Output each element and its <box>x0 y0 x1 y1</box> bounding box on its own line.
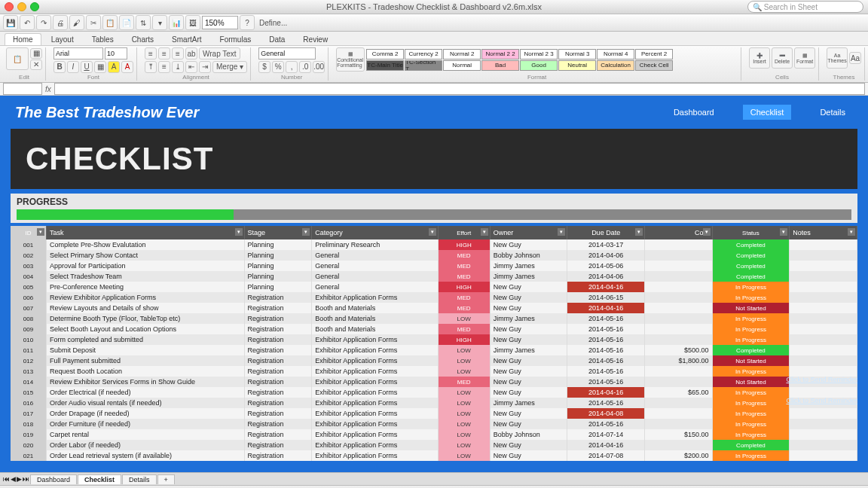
cell[interactable]: Exhibitor Application Forms <box>312 334 439 345</box>
cell[interactable] <box>644 261 712 271</box>
column-header-notes[interactable]: Notes▾ <box>790 226 857 239</box>
cell[interactable]: LOW <box>438 387 490 398</box>
picture-icon[interactable]: 🖼 <box>185 15 200 30</box>
cell[interactable] <box>790 239 857 250</box>
column-header-stage[interactable]: Stage▾ <box>244 226 312 239</box>
cell[interactable]: In Progress <box>712 398 790 408</box>
cell[interactable]: General <box>312 250 439 261</box>
cell[interactable]: HIGH <box>438 239 490 250</box>
cell[interactable]: Jimmy James <box>490 271 567 282</box>
cell[interactable]: Bobby Johnson <box>490 250 567 261</box>
table-row[interactable]: 019Carpet rentalRegistrationExhibitor Ap… <box>11 429 857 440</box>
cell[interactable] <box>790 419 857 429</box>
filter-dropdown-icon[interactable]: ▾ <box>635 228 643 236</box>
cell[interactable]: New Guy <box>490 303 567 313</box>
cell[interactable]: Registration <box>244 450 312 461</box>
cell[interactable] <box>790 282 857 292</box>
cell[interactable]: New Guy <box>490 408 567 419</box>
cell-style-swatch[interactable]: Normal <box>443 60 481 71</box>
cell[interactable]: Carpet rental <box>46 429 244 440</box>
table-row[interactable]: 007Review Layouts and Details of showReg… <box>11 303 857 313</box>
cell[interactable]: General <box>312 282 439 292</box>
cell[interactable]: General <box>312 261 439 271</box>
sheet-tab-details[interactable]: Details <box>122 474 157 484</box>
cell[interactable]: New Guy <box>490 440 567 450</box>
cell[interactable]: HIGH <box>438 334 490 345</box>
cell[interactable]: 003 <box>11 261 46 271</box>
cell[interactable] <box>644 239 712 250</box>
cell[interactable]: Exhibitor Application Forms <box>312 408 439 419</box>
cell[interactable]: Jimmy James <box>490 313 567 324</box>
cell[interactable]: New Guy <box>490 366 567 377</box>
cell[interactable]: 017 <box>11 408 46 419</box>
cell[interactable]: In Progress <box>712 282 790 292</box>
percent-icon[interactable]: % <box>272 61 284 73</box>
cell[interactable] <box>790 387 857 398</box>
cell[interactable]: 012 <box>11 355 46 366</box>
cut-icon[interactable]: ✂ <box>86 15 101 30</box>
cell[interactable] <box>644 282 712 292</box>
cell[interactable]: 007 <box>11 303 46 313</box>
valign-top-icon[interactable]: ⤒ <box>145 61 157 73</box>
cell[interactable]: Registration <box>244 366 312 377</box>
cell[interactable]: New Guy <box>490 387 567 398</box>
cell[interactable]: Planning <box>244 239 312 250</box>
cell[interactable]: 2014-04-06 <box>567 271 645 282</box>
cell[interactable]: Registration <box>244 408 312 419</box>
cell[interactable]: Completed <box>712 250 790 261</box>
cell[interactable]: Registration <box>244 303 312 313</box>
cell[interactable]: LOW <box>438 355 490 366</box>
cell[interactable]: 019 <box>11 429 46 440</box>
cell[interactable]: In Progress <box>712 292 790 303</box>
cell[interactable]: Completed <box>712 239 790 250</box>
cell[interactable]: 2014-07-14 <box>567 429 645 440</box>
cell[interactable]: New Guy <box>490 282 567 292</box>
cell[interactable]: $65.00 <box>644 387 712 398</box>
cell[interactable]: 2014-05-16 <box>567 355 645 366</box>
cell[interactable] <box>644 334 712 345</box>
undo-icon[interactable]: ↶ <box>20 15 35 30</box>
filter-dropdown-icon[interactable]: ▾ <box>235 228 243 236</box>
cell[interactable] <box>644 440 712 450</box>
cell[interactable] <box>790 271 857 282</box>
themes-button[interactable]: AaThemes <box>827 47 848 69</box>
cell-style-swatch[interactable]: Comma 2 <box>366 49 404 59</box>
currency-icon[interactable]: $ <box>258 61 270 73</box>
paintbrush-icon[interactable]: 🖌 <box>69 15 84 30</box>
cell[interactable]: Registration <box>244 334 312 345</box>
cell[interactable] <box>790 355 857 366</box>
save-icon[interactable]: 💾 <box>3 15 18 30</box>
cell[interactable]: MED <box>438 324 490 334</box>
cell-style-swatch[interactable]: Normal 3 <box>558 49 596 59</box>
sheet-tab-dashboard[interactable]: Dashboard <box>30 474 77 484</box>
cell[interactable]: Exhibitor Application Forms <box>312 366 439 377</box>
cell[interactable]: General <box>312 271 439 282</box>
cell[interactable]: 016 <box>11 398 46 408</box>
formula-input[interactable] <box>54 83 865 95</box>
cell[interactable]: Registration <box>244 387 312 398</box>
table-row[interactable]: 010Form completed and submittedRegistrat… <box>11 334 857 345</box>
cell[interactable]: 2014-05-16 <box>567 398 645 408</box>
cell[interactable] <box>790 345 857 355</box>
add-sheet-button[interactable]: + <box>157 474 175 484</box>
cell[interactable]: Pre-Conference Meeting <box>46 282 244 292</box>
cell[interactable]: New Guy <box>490 324 567 334</box>
cell[interactable]: Registration <box>244 355 312 366</box>
cell[interactable] <box>644 419 712 429</box>
table-row[interactable]: 021Order Lead retrieval system (if avail… <box>11 450 857 461</box>
cell[interactable]: Preliminary Research <box>312 239 439 250</box>
cell[interactable] <box>644 408 712 419</box>
sheet-nav-last-icon[interactable]: ⏭ <box>23 475 29 483</box>
cell[interactable]: 015 <box>11 387 46 398</box>
cell[interactable]: Completed <box>712 261 790 271</box>
cell[interactable]: New Guy <box>490 334 567 345</box>
cell[interactable]: 018 <box>11 419 46 429</box>
filter-dropdown-icon[interactable]: ▾ <box>558 228 565 236</box>
dec-dec-icon[interactable]: .00 <box>313 61 325 73</box>
clear-icon[interactable]: ✕ <box>30 59 42 70</box>
cell[interactable]: Request Booth Location <box>46 366 244 377</box>
cell[interactable]: Registration <box>244 377 312 387</box>
table-row[interactable]: 006Review Exhibitor Application FormsReg… <box>11 292 857 303</box>
nav-tab-dashboard[interactable]: Dashboard <box>666 105 722 120</box>
cell[interactable]: Exhibitor Application Forms <box>312 387 439 398</box>
